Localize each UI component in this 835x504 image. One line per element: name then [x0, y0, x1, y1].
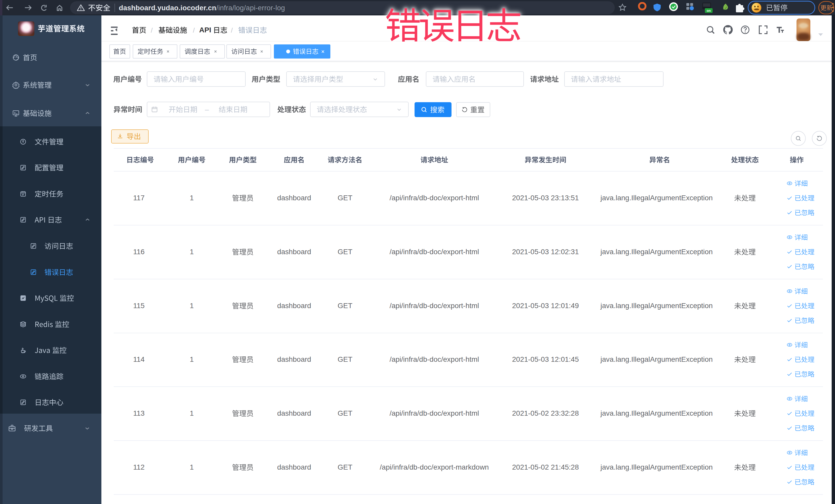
svg-text:on: on: [707, 9, 711, 13]
